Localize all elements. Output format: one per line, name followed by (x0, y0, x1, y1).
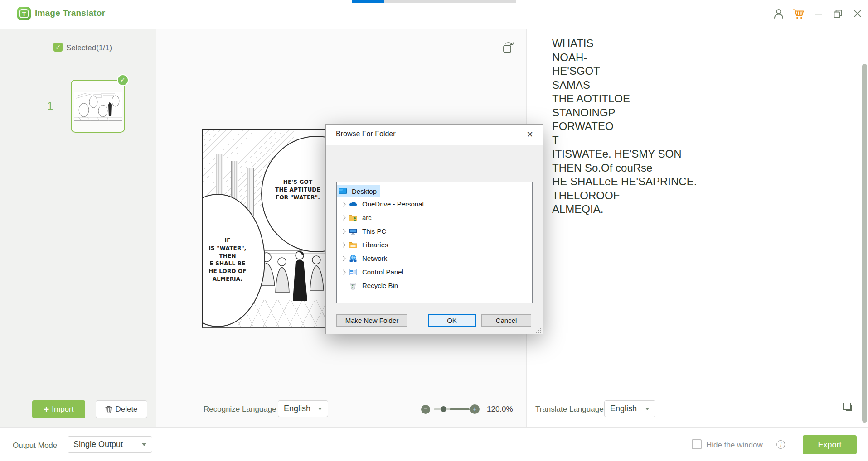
select-all-checkbox[interactable]: ✓ (53, 43, 63, 52)
progress-bar (352, 0, 516, 3)
import-button-label: Import (52, 405, 73, 414)
tree-item-network[interactable]: Network (337, 252, 532, 266)
libraries-icon (349, 240, 358, 250)
selected-count-label: Selected(1/1) (66, 43, 112, 53)
dialog-resize-grip[interactable] (536, 327, 541, 332)
tree-item-label: This PC (362, 227, 386, 235)
chevron-right-icon[interactable] (340, 242, 345, 247)
recycle-bin-icon (349, 281, 358, 290)
zoom-slider-thumb[interactable] (441, 406, 446, 412)
minimize-button[interactable] (812, 7, 825, 20)
trash-icon (105, 405, 112, 413)
export-button[interactable]: Export (803, 435, 857, 454)
tree-item-label: OneDrive - Personal (362, 200, 424, 208)
onedrive-icon (349, 200, 358, 209)
translate-language-label: Translate Language (535, 405, 604, 414)
zoom-in-button[interactable]: + (470, 404, 480, 414)
translated-line: WHATIS (552, 37, 851, 51)
translated-line: HE'SGOT (552, 64, 851, 78)
hide-window-checkbox[interactable] (692, 439, 702, 449)
recognize-language-label: Recognize Language (204, 405, 276, 414)
chevron-down-icon (318, 408, 322, 410)
translated-line: FORWATEO (552, 120, 851, 134)
progress-bar-fill (352, 0, 384, 3)
translated-line: THE AOTITLOE (552, 92, 851, 106)
folder-tree: Desktop OneDrive - Personal arc (336, 182, 533, 303)
user-account-icon[interactable] (772, 7, 786, 20)
chevron-right-icon[interactable] (340, 202, 345, 206)
tree-item-this-pc[interactable]: This PC (337, 225, 532, 239)
rotate-image-icon[interactable] (501, 40, 516, 55)
image-translator-window: T Image Translator ✓ Selected(1/1) 1 (0, 0, 868, 461)
ok-button[interactable]: OK (428, 314, 476, 327)
speech-bubble-left-text: IF IS "WATER", THEN E SHALL BE HE LORD O… (202, 237, 255, 283)
tree-item-label: Desktop (352, 187, 377, 195)
translated-line: THELOROOF (552, 189, 851, 203)
close-window-button[interactable] (851, 7, 864, 20)
network-icon (349, 254, 358, 263)
output-mode-value: Single Output (73, 440, 137, 449)
output-mode-label: Output Mode (13, 441, 57, 450)
translated-line: T (552, 134, 851, 148)
plus-icon: + (44, 405, 49, 414)
tree-item-label: Recycle Bin (362, 282, 398, 289)
header-bar: T Image Translator (0, 0, 868, 29)
output-mode-select[interactable]: Single Output (68, 436, 152, 453)
logo-letter: T (17, 7, 31, 20)
translated-line: NOAH- (552, 51, 851, 65)
tree-item-label: Libraries (362, 241, 388, 249)
delete-button-label: Delete (115, 405, 137, 414)
app-title: Image Translator (35, 8, 105, 18)
translate-language-select[interactable]: English (604, 400, 655, 417)
right-panel-scrollbar[interactable] (862, 64, 867, 423)
thumbnail-preview-image (74, 92, 122, 121)
control-panel-icon (349, 268, 358, 277)
recognize-language-select[interactable]: English (278, 400, 328, 417)
shopping-cart-icon[interactable] (791, 7, 805, 20)
chevron-down-icon (142, 443, 146, 446)
import-button[interactable]: + Import (32, 400, 85, 418)
chevron-right-icon[interactable] (340, 229, 345, 234)
tree-item-arc[interactable]: arc (337, 211, 532, 225)
zoom-slider-track[interactable] (434, 408, 470, 410)
translate-language-value: English (610, 404, 640, 413)
dialog-close-button[interactable]: ✕ (524, 129, 535, 140)
browse-for-folder-dialog: Browse For Folder ✕ Desktop OneDrive - P… (325, 124, 543, 334)
translated-line: ALMEQIA. (552, 202, 851, 216)
chevron-right-icon[interactable] (340, 256, 345, 261)
translated-line: HE SHALLeE HE'SAPRINCE. (552, 175, 851, 189)
tree-selection-highlight: Desktop (337, 185, 380, 197)
translated-line: THEN So.Of couRse (552, 161, 851, 175)
tree-item-control-panel[interactable]: Control Panel (337, 266, 532, 279)
translated-line: SAMAS (552, 78, 851, 92)
image-thumbnail[interactable] (71, 80, 125, 133)
tree-item-desktop[interactable]: Desktop (337, 184, 532, 198)
translated-text-panel: WHATIS NOAH- HE'SGOT SAMAS THE AOTITLOE … (552, 37, 851, 216)
translated-line: ITISWATEe. HE'SMY SON (552, 147, 851, 161)
zoom-percentage: 120.0% (487, 405, 513, 414)
copy-text-icon[interactable] (841, 401, 853, 413)
chevron-right-icon[interactable] (340, 215, 345, 220)
hide-window-label: Hide the window (706, 441, 763, 450)
speech-bubble-right-text: HE'S GOT THE APTITUDE FOR "WATER". (270, 178, 325, 202)
zoom-slider-fill (450, 408, 470, 410)
delete-button[interactable]: Delete (96, 400, 147, 418)
chevron-down-icon (645, 408, 650, 410)
desktop-icon (338, 187, 347, 196)
dialog-title: Browse For Folder (336, 130, 396, 138)
tree-item-onedrive[interactable]: OneDrive - Personal (337, 198, 532, 211)
tree-item-libraries[interactable]: Libraries (337, 239, 532, 252)
thumbnail-number: 1 (47, 100, 53, 112)
restore-window-button[interactable] (831, 7, 845, 20)
cancel-button[interactable]: Cancel (481, 314, 531, 327)
make-new-folder-button[interactable]: Make New Folder (336, 314, 407, 327)
this-pc-icon (349, 227, 358, 236)
export-button-label: Export (818, 440, 841, 450)
chevron-right-icon[interactable] (340, 269, 345, 274)
recognize-language-value: English (284, 404, 313, 413)
info-icon[interactable]: i (776, 440, 785, 449)
thumbnail-selected-badge: ✓ (117, 74, 129, 86)
user-folder-icon (349, 213, 358, 222)
tree-item-recycle-bin[interactable]: Recycle Bin (337, 279, 532, 293)
zoom-out-button[interactable]: − (421, 405, 430, 414)
